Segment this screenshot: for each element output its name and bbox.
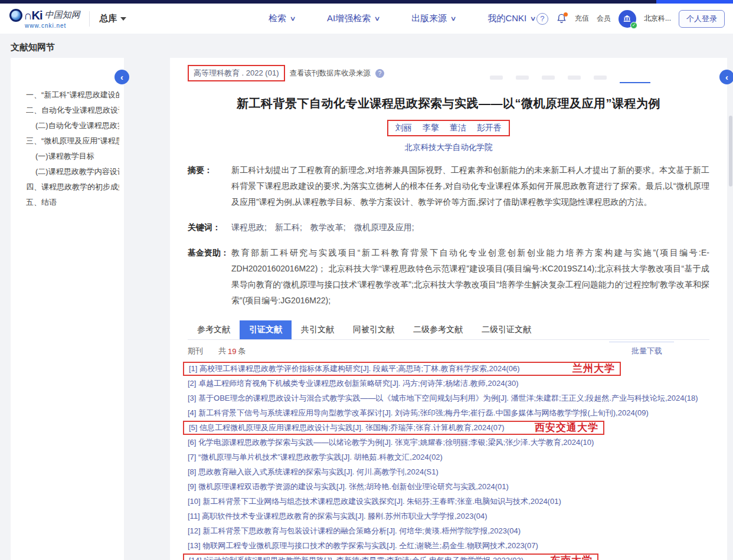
keyword-link[interactable]: 新工科; (275, 222, 302, 232)
reference-citation-link[interactable]: [12] 新工科背景下思政教育与包装设计课程的融合策略分析[J]. 何培华;黄瑛… (188, 526, 521, 536)
tab-参考文献[interactable]: 参考文献 (188, 320, 240, 339)
outline-item[interactable]: 一、“新工科”课程思政建设的... (26, 87, 119, 103)
count-prefix: 共 (218, 346, 226, 356)
header-divider (89, 11, 90, 27)
highlight-box: [5] 信息工程微机原理及应用课程思政设计与实践[J]. 张国梅;乔瑞萍;张育.… (183, 421, 604, 435)
abstract-label: 摘要： (188, 162, 231, 210)
fund-label: 基金资助： (188, 245, 231, 309)
question-icon[interactable]: ? (375, 69, 384, 78)
affiliation-link[interactable]: 北京科技大学自动化学院 (188, 142, 709, 153)
scrollbar-thumb[interactable] (729, 116, 732, 186)
nav-item-label: 检索 (269, 13, 286, 24)
authors-row: 刘丽李擎董洁彭开香 (188, 120, 709, 136)
reference-citation-link[interactable]: [8] 思政教育融入嵌入式系统课程的探索与实践[J]. 何川.高教学刊,2024… (188, 467, 439, 477)
keyword-link[interactable]: 课程思政; (231, 222, 267, 232)
outline-item[interactable]: 五、结语 (26, 195, 119, 210)
outline-item[interactable]: 二、自动化专业课程思政设计 (26, 103, 119, 118)
bell-icon[interactable] (556, 13, 567, 24)
keyword-link[interactable]: 教学改革; (310, 222, 346, 232)
tab-二级引证文献[interactable]: 二级引证文献 (472, 320, 541, 339)
nav-item-label: 我的CNKI (487, 13, 526, 24)
outline-item[interactable]: (二)自动化专业课程思政实施... (26, 118, 119, 133)
database-menu[interactable]: 总库 (99, 13, 126, 24)
authors-box: 刘丽李擎董洁彭开香 (387, 120, 510, 136)
university-annotation: 东南大学 (550, 554, 593, 560)
logo-letters: ∩Ki (24, 9, 42, 21)
scrollbar[interactable] (728, 116, 733, 560)
reference-line: [3] 基于OBE理念的课程思政设计与混合式教学实践——以《城市地下空间规划与利… (188, 393, 698, 404)
author-link[interactable]: 刘丽 (395, 123, 412, 133)
site-header: ∩Ki 中国知网 www.cnki.net 总库 检索∨AI增强检索∨出版来源∨… (0, 4, 733, 34)
member-link[interactable]: 会员 (597, 14, 611, 24)
reference-row: [7] “微机原理与单片机技术”课程思政教学实践[J]. 胡艳茹.科教文汇,20… (188, 450, 709, 464)
reference-row: [5] 信息工程微机原理及应用课程思政设计与实践[J]. 张国梅;乔瑞萍;张育.… (188, 420, 709, 435)
reference-citation-link[interactable]: [10] 新工科背景下工业网络与组态技术课程思政建设实践探究[J]. 朱铝芬;王… (188, 496, 561, 507)
reference-line: [13] 物联网工程专业微机原理与接口技术的教学探索与实践[J]. 仝红;谢晓兰… (188, 541, 538, 551)
header-right: ? 充值 会员 ✓ 北京科... 个人登录 (536, 10, 725, 28)
author-link[interactable]: 董洁 (450, 123, 466, 133)
reference-row: [2] 卓越工程师培育视角下机械类专业课程思政创新策略研究[J]. 冯方;何诗萍… (188, 376, 709, 391)
reference-row: [9] 微机原理课程双语教学资源的建设与实践[J]. 张然;胡玲艳.创新创业理论… (188, 479, 709, 494)
institution-avatar[interactable]: ✓ (619, 10, 636, 28)
view-source-link[interactable]: 查看该刊数据库收录来源 (290, 68, 371, 78)
reference-citation-link[interactable]: [13] 物联网工程专业微机原理与接口技术的教学探索与实践[J]. 仝红;谢晓兰… (188, 541, 538, 551)
list-category: 期刊 (188, 346, 203, 356)
count-suffix: 条 (238, 346, 246, 356)
reference-line: [7] “微机原理与单片机技术”课程思政教学实践[J]. 胡艳茹.科教文汇,20… (188, 452, 443, 463)
nav-item-出版来源[interactable]: 出版来源∨ (411, 13, 456, 24)
highlight-box: [1] 高校理工科课程思政教学评价指标体系建构研究[J]. 段戴平;高思琦;丁林… (183, 362, 621, 376)
cnki-logo[interactable]: ∩Ki 中国知网 www.cnki.net (9, 9, 80, 29)
author-link[interactable]: 李擎 (423, 123, 439, 133)
batch-download-link[interactable]: 批量下载 (631, 346, 662, 356)
tab-引证文献[interactable]: 引证文献 (240, 320, 292, 339)
reference-line: [12] 新工科背景下思政教育与包装设计课程的融合策略分析[J]. 何培华;黄瑛… (188, 526, 521, 536)
reference-row: [3] 基于OBE理念的课程思政设计与混合式教学实践——以《城市地下空间规划与利… (188, 391, 709, 405)
outline-item[interactable]: (一)课程教学目标 (26, 149, 119, 164)
abstract-text: 新工科计划提出了工程教育的新理念,对培养兼具国际视野、工程素养和创新能力的未来新… (231, 162, 709, 210)
tab-共引文献[interactable]: 共引文献 (292, 320, 343, 339)
recharge-link[interactable]: 充值 (575, 14, 589, 24)
reference-citation-link[interactable]: [5] 信息工程微机原理及应用课程思政设计与实践[J]. 张国梅;乔瑞萍;张育.… (189, 423, 505, 433)
caret-down-icon (120, 17, 126, 21)
chevron-down-icon: ∨ (450, 15, 457, 22)
reference-line: [9] 微机原理课程双语教学资源的建设与实践[J]. 张然;胡玲艳.创新创业理论… (188, 482, 509, 492)
notification-dot (564, 12, 568, 17)
abstract-block: 摘要： 新工科计划提出了工程教育的新理念,对培养兼具国际视野、工程素养和创新能力… (188, 162, 709, 210)
citation-tabs: 参考文献引证文献共引文献同被引文献二级参考文献二级引证文献 (188, 320, 709, 340)
nav-item-我的CNKI[interactable]: 我的CNKI∨ (487, 13, 535, 24)
reference-row: [11] 高职软件技术专业课程思政教育的探索与实践[J]. 滕刚.苏州市职业大学… (188, 509, 709, 523)
reference-citation-link[interactable]: [3] 基于OBE理念的课程思政设计与混合式教学实践——以《城市地下空间规划与利… (188, 393, 698, 404)
tab-同被引文献[interactable]: 同被引文献 (343, 320, 404, 339)
reference-line: [8] 思政教育融入嵌入式系统课程的探索与实践[J]. 何川.高教学刊,2024… (188, 467, 439, 477)
reference-citation-link[interactable]: [1] 高校理工科课程思政教学评价指标体系建构研究[J]. 段戴平;高思琦;丁林… (189, 363, 520, 374)
database-menu-label: 总库 (99, 13, 117, 24)
outline-item[interactable]: (二)课程思政教学内容设计 (26, 164, 119, 179)
reference-row: [6] 化学电源课程思政教学探索与实践——以绪论教学为例[J]. 张克宇;姚耀春… (188, 435, 709, 450)
journal-source-link[interactable]: 高等理科教育 . 2022 (01) (188, 65, 285, 81)
reference-row: [14] “运动控制系统”课程思政教学新思路[J]. 李新德;李星霖;李和清;余… (188, 553, 709, 560)
keywords-list: 课程思政;新工科;教学改革;微机原理及应用; (231, 220, 709, 235)
article-title: 新工科背景下自动化专业课程思政探索与实践——以“微机原理及应用”课程为例 (188, 96, 709, 112)
reference-citation-link[interactable]: [7] “微机原理与单片机技术”课程思政教学实践[J]. 胡艳茹.科教文汇,20… (188, 452, 443, 463)
sidebar-collapse-icon[interactable]: ‹ (114, 70, 129, 84)
personal-login-button[interactable]: 个人登录 (679, 10, 725, 28)
reference-citation-link[interactable]: [14] “运动控制系统”课程思政教学新思路[J]. 李新德;李星霖;李和清;余… (189, 555, 523, 560)
reference-line: [11] 高职软件技术专业课程思政教育的探索与实践[J]. 滕刚.苏州市职业大学… (188, 511, 487, 522)
nav-item-检索[interactable]: 检索∨ (269, 13, 295, 24)
outline-item[interactable]: 三、“微机原理及应用”课程思... (26, 133, 119, 149)
reference-row: [4] 新工科背景下信号与系统课程应用导向型教学改革探讨[J]. 刘诗筠;张印强… (188, 405, 709, 420)
author-link[interactable]: 彭开香 (477, 123, 502, 133)
institution-name[interactable]: 北京科... (644, 14, 671, 24)
reference-citation-link[interactable]: [6] 化学电源课程思政教学探索与实践——以绪论教学为例[J]. 张克宇;姚耀春… (188, 437, 594, 448)
reference-citation-link[interactable]: [9] 微机原理课程双语教学资源的建设与实践[J]. 张然;胡玲艳.创新创业理论… (188, 482, 509, 492)
tab-二级参考文献[interactable]: 二级参考文献 (404, 320, 472, 339)
reference-citation-link[interactable]: [4] 新工科背景下信号与系统课程应用导向型教学改革探讨[J]. 刘诗筠;张印强… (188, 408, 649, 418)
reference-citation-link[interactable]: [11] 高职软件技术专业课程思政教育的探索与实践[J]. 滕刚.苏州市职业大学… (188, 511, 487, 522)
panel-collapse-icon[interactable]: ‹ (719, 70, 733, 84)
keyword-link[interactable]: 微机原理及应用; (354, 222, 414, 232)
reference-citation-link[interactable]: [2] 卓越工程师培育视角下机械类专业课程思政创新策略研究[J]. 冯方;何诗萍… (188, 378, 519, 389)
outline-item[interactable]: 四、课程思政教学的初步成效 (26, 179, 119, 195)
help-icon[interactable]: ? (536, 13, 548, 25)
nav-item-AI增强检索[interactable]: AI增强检索∨ (327, 13, 379, 24)
page-title: 文献知网节 (0, 34, 733, 53)
